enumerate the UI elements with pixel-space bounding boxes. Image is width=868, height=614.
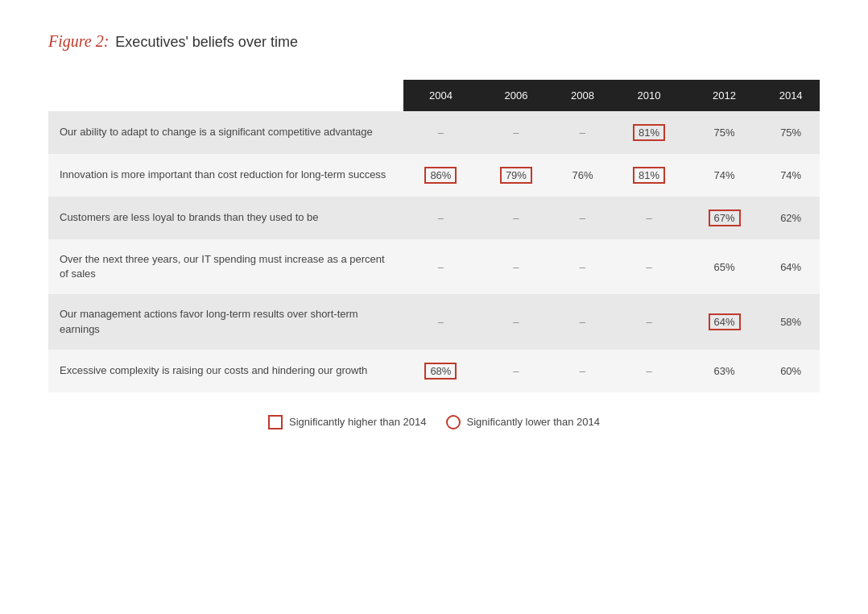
- figure-label: Figure 2:: [48, 32, 109, 51]
- dash-value: –: [646, 261, 651, 273]
- cell-value: 63%: [687, 350, 762, 392]
- legend: Significantly higher than 2014 Significa…: [48, 415, 820, 429]
- cell-value: 79%: [478, 154, 553, 197]
- dash-value: –: [438, 127, 444, 139]
- row-label: Customers are less loyal to brands than …: [48, 197, 403, 239]
- figure-title: Figure 2: Executives' beliefs over time: [48, 32, 820, 51]
- highlighted-cell: 64%: [709, 313, 741, 330]
- dash-value: –: [580, 261, 585, 273]
- figure-description: Executives' beliefs over time: [115, 34, 298, 51]
- legend-lower: Significantly lower than 2014: [446, 415, 601, 429]
- highlighted-cell: 68%: [424, 363, 457, 380]
- cell-value: –: [554, 239, 612, 294]
- cell-value: 74%: [762, 154, 820, 197]
- col-header-2006: 2006: [478, 80, 553, 111]
- legend-higher-label: Significantly higher than 2014: [289, 416, 427, 428]
- row-label: Our management actions favor long-term r…: [48, 294, 403, 349]
- dash-value: –: [513, 127, 519, 139]
- cell-value: 68%: [403, 350, 478, 392]
- cell-value: –: [478, 294, 553, 349]
- row-label: Innovation is more important than cost r…: [48, 154, 403, 197]
- cell-value: –: [478, 197, 553, 239]
- highlighted-cell: 79%: [500, 167, 532, 184]
- col-header-2010: 2010: [611, 80, 686, 111]
- dash-value: –: [513, 261, 519, 273]
- table-header-row: 2004 2006 2008 2010 2012 2014: [48, 80, 820, 111]
- cell-value: –: [478, 111, 553, 154]
- row-label: Our ability to adapt to change is a sign…: [48, 111, 403, 154]
- cell-value: 65%: [687, 239, 762, 294]
- cell-value: 81%: [611, 111, 686, 154]
- cell-value: 76%: [554, 154, 612, 197]
- table-row: Excessive complexity is raising our cost…: [48, 350, 820, 392]
- cell-value: –: [554, 197, 612, 239]
- col-header-2004: 2004: [403, 80, 478, 111]
- cell-value: 86%: [403, 154, 478, 197]
- row-label: Excessive complexity is raising our cost…: [48, 350, 403, 392]
- cell-value: –: [403, 294, 478, 349]
- cell-value: 81%: [611, 154, 686, 197]
- cell-value: –: [403, 111, 478, 154]
- highlighted-cell: 81%: [633, 167, 665, 184]
- row-label: Over the next three years, our IT spendi…: [48, 239, 403, 294]
- table-row: Our management actions favor long-term r…: [48, 294, 820, 349]
- cell-value: –: [554, 111, 612, 154]
- highlighted-cell: 67%: [709, 210, 741, 226]
- dash-value: –: [580, 365, 585, 377]
- dash-value: –: [513, 365, 519, 377]
- cell-value: –: [478, 239, 553, 294]
- col-header-2008: 2008: [554, 80, 612, 111]
- legend-lower-label: Significantly lower than 2014: [467, 416, 601, 428]
- cell-value: –: [611, 294, 686, 349]
- col-header-2012: 2012: [687, 80, 762, 111]
- cell-value: –: [403, 239, 478, 294]
- cell-value: –: [403, 197, 478, 239]
- cell-value: 75%: [762, 111, 820, 154]
- table-row: Customers are less loyal to brands than …: [48, 197, 820, 239]
- cell-value: 60%: [762, 350, 820, 392]
- cell-value: –: [554, 294, 612, 349]
- legend-higher: Significantly higher than 2014: [268, 415, 427, 429]
- dash-value: –: [438, 316, 444, 328]
- cell-value: –: [554, 350, 612, 392]
- cell-value: 74%: [687, 154, 762, 197]
- dash-value: –: [646, 316, 651, 328]
- dash-value: –: [513, 212, 519, 224]
- dash-value: –: [646, 212, 651, 224]
- dash-value: –: [580, 212, 585, 224]
- cell-value: 58%: [762, 294, 820, 349]
- highlighted-cell: 81%: [633, 124, 665, 141]
- col-header-2014: 2014: [762, 80, 820, 111]
- cell-value: 64%: [762, 239, 820, 294]
- cell-value: 62%: [762, 197, 820, 239]
- data-table: 2004 2006 2008 2010 2012 2014 Our abilit…: [48, 80, 820, 392]
- cell-value: –: [611, 239, 686, 294]
- dash-value: –: [580, 127, 585, 139]
- dash-value: –: [580, 316, 585, 328]
- cell-value: 67%: [687, 197, 762, 239]
- dash-value: –: [646, 365, 651, 377]
- table-row: Over the next three years, our IT spendi…: [48, 239, 820, 294]
- cell-value: 75%: [687, 111, 762, 154]
- highlighted-cell: 86%: [424, 167, 457, 184]
- cell-value: –: [478, 350, 553, 392]
- dash-value: –: [513, 316, 519, 328]
- table-row: Our ability to adapt to change is a sign…: [48, 111, 820, 154]
- cell-value: –: [611, 197, 686, 239]
- cell-value: 64%: [687, 294, 762, 349]
- cell-value: –: [611, 350, 686, 392]
- table-row: Innovation is more important than cost r…: [48, 154, 820, 197]
- legend-lower-icon: [446, 415, 461, 429]
- dash-value: –: [438, 212, 444, 224]
- dash-value: –: [438, 261, 444, 273]
- legend-higher-icon: [268, 415, 283, 429]
